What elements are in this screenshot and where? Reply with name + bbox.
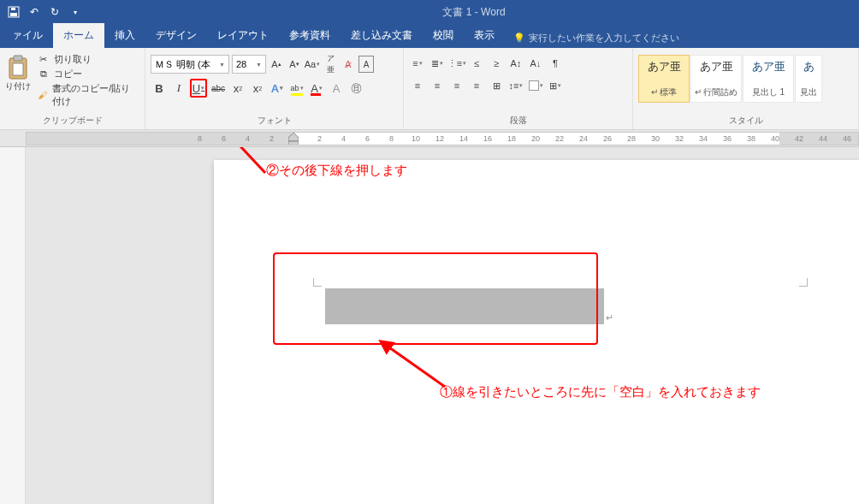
clear-formatting-button[interactable]: A̷ bbox=[341, 56, 356, 73]
decrease-indent-button[interactable]: ≤ bbox=[468, 55, 485, 72]
clipboard-group-label: クリップボード bbox=[5, 113, 139, 129]
show-marks-button[interactable]: ¶ bbox=[547, 55, 564, 72]
tab-home[interactable]: ホーム bbox=[53, 23, 104, 48]
document-area[interactable]: ↵ ②その後下線を押します ①線を引きたいところに先に「空白」を入れておきます bbox=[26, 147, 859, 504]
paste-button[interactable]: り付け bbox=[5, 51, 32, 113]
horizontal-ruler[interactable]: 8 6 4 2 2 4 6 8 10 12 14 16 18 20 22 24 … bbox=[26, 132, 859, 145]
enclose-char-button[interactable]: A bbox=[358, 56, 374, 73]
increase-indent-button[interactable]: ≥ bbox=[488, 55, 505, 72]
svg-marker-6 bbox=[288, 133, 299, 141]
tab-design[interactable]: デザイン bbox=[145, 23, 207, 48]
font-size-select[interactable]: 28▼ bbox=[232, 55, 266, 74]
tell-me-placeholder: 実行したい作業を入力してください bbox=[529, 32, 679, 44]
group-clipboard: り付け ✂切り取り ⧉コピー 🖌書式のコピー/貼り付け クリップボード bbox=[0, 48, 145, 129]
increase-font-button[interactable]: A▴ bbox=[269, 56, 284, 73]
sort-button[interactable]: A↓ bbox=[527, 55, 544, 72]
subscript-button[interactable]: x2 bbox=[229, 79, 246, 98]
margin-mark-icon bbox=[796, 275, 808, 287]
quick-access-toolbar: ↶ ↻ ▾ bbox=[0, 5, 89, 19]
redo-icon[interactable]: ↻ bbox=[48, 5, 62, 19]
annotation-box bbox=[273, 252, 598, 345]
group-font: ＭＳ 明朝 (本▼ 28▼ A▴ A▾ Aa▾ ア亜 A̷ A B I U▾ a… bbox=[145, 48, 404, 129]
underline-button[interactable]: U▾ bbox=[190, 79, 207, 98]
navigation-pane[interactable] bbox=[0, 147, 26, 504]
chevron-down-icon: ▼ bbox=[256, 62, 262, 68]
paste-label: り付け bbox=[5, 80, 31, 92]
phonetic-guide-button[interactable]: ア亜 bbox=[323, 56, 338, 73]
align-right-button[interactable]: ≡ bbox=[448, 77, 465, 94]
bullets-button[interactable]: ≡▾ bbox=[409, 55, 426, 72]
svg-rect-1 bbox=[10, 13, 17, 16]
change-case-button[interactable]: Aa▾ bbox=[305, 56, 320, 73]
ruler-area: 8 6 4 2 2 4 6 8 10 12 14 16 18 20 22 24 … bbox=[0, 130, 859, 147]
svg-rect-2 bbox=[11, 8, 15, 10]
ribbon-tabs: ァイル ホーム 挿入 デザイン レイアウト 参考資料 差し込み文書 校閲 表示 … bbox=[0, 24, 859, 48]
bold-button[interactable]: B bbox=[151, 79, 168, 98]
scissors-icon: ✂ bbox=[37, 54, 50, 66]
tab-file[interactable]: ァイル bbox=[2, 23, 53, 48]
decrease-font-button[interactable]: A▾ bbox=[287, 56, 302, 73]
justify-button[interactable]: ≡ bbox=[468, 77, 485, 94]
numbering-button[interactable]: ≣▾ bbox=[429, 55, 446, 72]
paragraph-mark-icon: ↵ bbox=[606, 312, 613, 323]
annotation-text-2: ②その後下線を押します bbox=[266, 163, 407, 179]
brush-icon: 🖌 bbox=[37, 89, 49, 101]
workspace: ↵ ②その後下線を押します ①線を引きたいところに先に「空白」を入れておきます bbox=[0, 147, 859, 504]
font-group-label: フォント bbox=[151, 113, 398, 129]
group-styles: あア亜↵ 標準 あア亜↵ 行間詰め あア亜見出し 1 あ見出 スタイル bbox=[633, 48, 859, 129]
title-bar: ↶ ↻ ▾ 文書 1 - Word bbox=[0, 0, 859, 24]
text-effects-button[interactable]: A▾ bbox=[269, 79, 286, 98]
style-normal[interactable]: あア亜↵ 標準 bbox=[638, 55, 690, 103]
group-paragraph: ≡▾ ≣▾ ⋮≡▾ ≤ ≥ A↕ A↓ ¶ ≡ ≡ ≡ ≡ ⊞ ↕≡▾ ▾ ⊞▾… bbox=[404, 48, 633, 129]
multilevel-button[interactable]: ⋮≡▾ bbox=[448, 55, 465, 72]
style-heading1[interactable]: あア亜見出し 1 bbox=[743, 55, 794, 103]
chevron-down-icon: ▼ bbox=[219, 62, 225, 68]
highlight-button[interactable]: ab▾ bbox=[288, 79, 305, 98]
format-painter-button[interactable]: 🖌書式のコピー/貼り付け bbox=[37, 82, 139, 108]
tab-insert[interactable]: 挿入 bbox=[104, 23, 145, 48]
italic-button[interactable]: I bbox=[170, 79, 187, 98]
undo-icon[interactable]: ↶ bbox=[27, 5, 41, 19]
superscript-button[interactable]: x2 bbox=[249, 79, 266, 98]
copy-icon: ⧉ bbox=[37, 68, 50, 80]
tell-me-search[interactable]: 💡 実行したい作業を入力してください bbox=[505, 32, 684, 48]
line-spacing-button[interactable]: ↕≡▾ bbox=[507, 77, 524, 94]
svg-rect-7 bbox=[288, 141, 299, 145]
save-icon[interactable] bbox=[7, 5, 21, 19]
font-name-select[interactable]: ＭＳ 明朝 (本▼ bbox=[151, 55, 229, 74]
align-left-button[interactable]: ≡ bbox=[409, 77, 426, 94]
lightbulb-icon: 💡 bbox=[513, 33, 525, 44]
tab-references[interactable]: 参考資料 bbox=[279, 23, 341, 48]
qat-dropdown-icon[interactable]: ▾ bbox=[68, 5, 82, 19]
annotation-text-1: ①線を引きたいところに先に「空白」を入れておきます bbox=[440, 384, 761, 400]
char-shading-button[interactable]: A bbox=[328, 79, 345, 98]
cut-button[interactable]: ✂切り取り bbox=[37, 53, 139, 66]
align-center-button[interactable]: ≡ bbox=[429, 77, 446, 94]
style-heading2[interactable]: あ見出 bbox=[795, 55, 822, 103]
text-direction-button[interactable]: A↕ bbox=[507, 55, 524, 72]
window-title: 文書 1 - Word bbox=[89, 5, 859, 20]
svg-rect-5 bbox=[13, 63, 23, 75]
strikethrough-button[interactable]: abc bbox=[210, 79, 227, 98]
tab-view[interactable]: 表示 bbox=[464, 23, 505, 48]
borders-button[interactable]: ⊞▾ bbox=[547, 77, 564, 94]
paste-icon bbox=[7, 55, 29, 80]
indent-marker-icon[interactable] bbox=[288, 133, 299, 145]
shading-button[interactable]: ▾ bbox=[527, 77, 544, 94]
style-no-spacing[interactable]: あア亜↵ 行間詰め bbox=[690, 55, 742, 103]
styles-group-label: スタイル bbox=[638, 113, 853, 129]
ribbon: り付け ✂切り取り ⧉コピー 🖌書式のコピー/貼り付け クリップボード ＭＳ 明… bbox=[0, 48, 859, 130]
svg-rect-4 bbox=[14, 56, 22, 61]
distribute-button[interactable]: ⊞ bbox=[488, 77, 505, 94]
copy-button[interactable]: ⧉コピー bbox=[37, 68, 139, 80]
paragraph-group-label: 段落 bbox=[409, 113, 627, 129]
enclose-button[interactable]: ㊐ bbox=[347, 79, 364, 98]
tab-layout[interactable]: レイアウト bbox=[207, 23, 279, 48]
tab-review[interactable]: 校閲 bbox=[423, 23, 464, 48]
tab-mailings[interactable]: 差し込み文書 bbox=[341, 23, 423, 48]
font-color-button[interactable]: A▾ bbox=[308, 79, 325, 98]
